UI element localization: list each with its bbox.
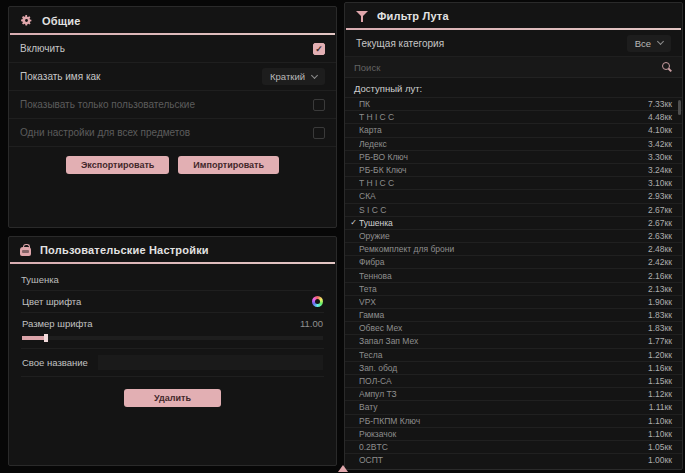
slider-thumb[interactable] bbox=[44, 334, 48, 342]
font-size-row: Размер шрифта 11.00 bbox=[21, 312, 324, 334]
loot-row[interactable]: Зап. обод 1.16кк bbox=[345, 361, 682, 374]
enable-checkbox[interactable]: ✓ bbox=[313, 43, 325, 55]
custom-name-input[interactable] bbox=[98, 355, 323, 370]
loot-row[interactable]: VPX 1.90кк bbox=[345, 295, 682, 308]
loot-row[interactable]: Гамма 1.83кк bbox=[345, 308, 682, 321]
export-button[interactable]: Экспортировать bbox=[66, 156, 169, 174]
loot-row[interactable]: СКА 2.93кк bbox=[345, 189, 682, 202]
loot-item-value: 1.05кк bbox=[648, 442, 672, 452]
loot-item-name: T H I C C bbox=[359, 178, 648, 188]
category-value: Все bbox=[635, 38, 651, 49]
loot-row[interactable]: T H I C C 3.10кк bbox=[345, 176, 682, 189]
search-input[interactable] bbox=[354, 62, 634, 73]
loot-item-value: 1.15кк bbox=[648, 376, 672, 386]
loot-item-name: S I C C bbox=[359, 205, 648, 215]
loot-item-value: 1.00кк bbox=[648, 455, 672, 465]
loot-row[interactable]: Ремкомплект для брони 2.48кк bbox=[345, 242, 682, 255]
font-size-slider[interactable] bbox=[22, 336, 323, 340]
selected-item-group: Тушенка Цвет шрифта Размер шрифта 11.00 … bbox=[9, 264, 336, 407]
loot-item-name: Тушенка bbox=[359, 218, 648, 228]
color-wheel-icon[interactable] bbox=[312, 296, 323, 307]
check-icon bbox=[348, 218, 359, 227]
loot-row[interactable]: Тесла 1.20кк bbox=[345, 348, 682, 361]
filter-panel-header: Фильтр Лута bbox=[345, 3, 682, 28]
chevron-down-icon bbox=[657, 38, 664, 45]
loot-row[interactable]: Ампул ТЗ 1.12кк bbox=[345, 387, 682, 400]
loot-row[interactable]: Фибра 2.42кк bbox=[345, 255, 682, 268]
loot-item-name: ПК bbox=[359, 99, 648, 109]
loot-item-name: ПОЛ-СА bbox=[359, 376, 648, 386]
loot-row[interactable]: ОСПТ 1.00кк bbox=[345, 453, 682, 466]
funnel-icon bbox=[356, 11, 368, 22]
loot-item-name: Запал Зап Мех bbox=[359, 336, 648, 346]
loot-item-name: РБ-ПКПМ Ключ bbox=[359, 416, 648, 426]
loot-item-value: 1.12кк bbox=[648, 389, 672, 399]
loot-item-value: 1.10кк bbox=[648, 416, 672, 426]
loot-item-value: 2.67кк bbox=[648, 205, 672, 215]
loot-row[interactable]: Тета 2.13кк bbox=[345, 282, 682, 295]
loot-item-value: 2.63кк bbox=[648, 231, 672, 241]
font-size-value: 11.00 bbox=[300, 318, 323, 329]
general-buttons-row: Экспортировать Импортировать bbox=[9, 147, 336, 174]
loot-row[interactable]: РБ-БК Ключ 3.24кк bbox=[345, 163, 682, 176]
loot-row[interactable]: Карта 4.10кк bbox=[345, 123, 682, 136]
loot-row[interactable]: ПОЛ-СА 1.15кк bbox=[345, 374, 682, 387]
loot-row[interactable]: Рюкзачок 1.10кк bbox=[345, 427, 682, 440]
loot-item-name: VPX bbox=[359, 297, 648, 307]
chevron-down-icon bbox=[311, 71, 318, 78]
general-panel: Общие Включить ✓ Показать имя как Кратки… bbox=[8, 6, 337, 228]
loot-item-value: 2.93кк bbox=[648, 191, 672, 201]
enable-row: Включить ✓ bbox=[9, 35, 336, 63]
loot-item-name: Карта bbox=[359, 125, 648, 135]
same-settings-label: Одни настройки для всех предметов bbox=[20, 127, 190, 138]
search-row bbox=[345, 57, 682, 78]
category-dropdown[interactable]: Все bbox=[627, 35, 671, 52]
loot-item-name: Рюкзачок bbox=[359, 429, 648, 439]
general-panel-header: Общие bbox=[9, 7, 336, 33]
loot-item-value: 1.11кк bbox=[649, 402, 672, 412]
loot-row[interactable]: ПК 7.33кк bbox=[345, 97, 682, 110]
loot-item-value: 1.20кк bbox=[648, 350, 672, 360]
loot-row[interactable]: Ледекс 3.42кк bbox=[345, 137, 682, 150]
loot-row[interactable]: T H I C C 4.48кк bbox=[345, 110, 682, 123]
loot-item-value: 2.48кк bbox=[648, 244, 672, 254]
delete-button[interactable]: Удалить bbox=[124, 389, 221, 407]
display-name-label: Показать имя как bbox=[20, 71, 100, 82]
import-button[interactable]: Импортировать bbox=[178, 156, 279, 174]
resize-handle[interactable] bbox=[338, 465, 348, 472]
panel-title: Фильтр Лута bbox=[377, 10, 449, 22]
loot-item-value: 1.16кк bbox=[648, 363, 672, 373]
enable-label: Включить bbox=[20, 43, 65, 54]
loot-row[interactable]: Вату 1.11кк bbox=[345, 400, 682, 413]
loot-item-name: Оружие bbox=[359, 231, 648, 241]
loot-row[interactable]: РБ-ПКПМ Ключ 1.10кк bbox=[345, 414, 682, 427]
list-scrollbar[interactable] bbox=[678, 98, 681, 470]
loot-row[interactable]: 0.2BTC 1.05кк bbox=[345, 440, 682, 453]
same-settings-checkbox[interactable]: ✓ bbox=[313, 127, 325, 139]
loot-item-name: Ремкомплект для брони bbox=[359, 244, 648, 254]
only-custom-checkbox[interactable]: ✓ bbox=[313, 99, 325, 111]
loot-item-name: СКА bbox=[359, 191, 648, 201]
loot-filter-panel: Фильтр Лута Текущая категория Все Доступ… bbox=[344, 2, 683, 470]
loot-row[interactable]: Оружие 2.63кк bbox=[345, 229, 682, 242]
font-color-label: Цвет шрифта bbox=[22, 296, 81, 307]
loot-row[interactable]: Теннова 2.16кк bbox=[345, 268, 682, 281]
loot-item-name: Вату bbox=[359, 402, 649, 412]
selected-item-name: Тушенка bbox=[15, 272, 330, 290]
display-name-dropdown[interactable]: Краткий bbox=[262, 68, 325, 85]
loot-item-value: 7.33кк bbox=[648, 99, 672, 109]
loot-row[interactable]: S I C C 2.67кк bbox=[345, 203, 682, 216]
loot-row[interactable]: Обвес Мех 1.83кк bbox=[345, 321, 682, 334]
loot-item-value: 2.67кк bbox=[648, 218, 672, 228]
font-color-row: Цвет шрифта bbox=[21, 290, 324, 312]
loot-row[interactable]: РБ-ВО Ключ 3.30кк bbox=[345, 150, 682, 163]
loot-row[interactable]: Запал Зап Мех 1.77кк bbox=[345, 334, 682, 347]
loot-item-name: Ампул ТЗ bbox=[359, 389, 648, 399]
loot-item-name: ОСПТ bbox=[359, 455, 648, 465]
scrollbar-thumb[interactable] bbox=[678, 100, 681, 115]
loot-row[interactable]: Тушенка 2.67кк bbox=[345, 216, 682, 229]
display-name-row: Показать имя как Краткий bbox=[9, 63, 336, 91]
loot-item-name: Тета bbox=[359, 284, 648, 294]
font-size-label: Размер шрифта bbox=[22, 318, 93, 329]
category-label: Текущая категория bbox=[356, 38, 444, 49]
